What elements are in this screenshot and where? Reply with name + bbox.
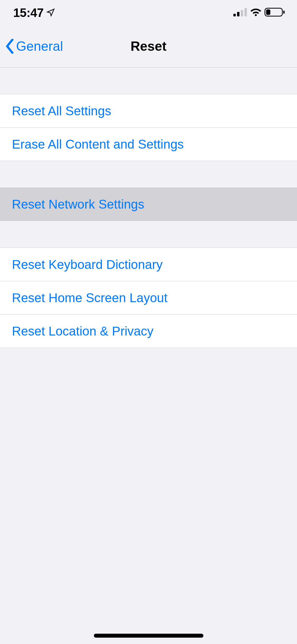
status-time: 15:47 bbox=[13, 6, 44, 20]
svg-rect-2 bbox=[241, 10, 243, 16]
svg-rect-1 bbox=[237, 12, 239, 16]
row-label: Reset Home Screen Layout bbox=[12, 291, 168, 305]
section-gap bbox=[0, 221, 297, 247]
erase-all-content-row[interactable]: Erase All Content and Settings bbox=[0, 127, 297, 161]
row-label: Reset All Settings bbox=[12, 104, 111, 118]
reset-location-privacy-row[interactable]: Reset Location & Privacy bbox=[0, 314, 297, 348]
status-right bbox=[233, 7, 285, 18]
row-label: Erase All Content and Settings bbox=[12, 137, 184, 151]
table-group: Reset Keyboard Dictionary Reset Home Scr… bbox=[0, 247, 297, 348]
location-services-icon bbox=[46, 6, 55, 20]
row-label: Reset Network Settings bbox=[12, 197, 144, 211]
row-label: Reset Location & Privacy bbox=[12, 324, 153, 338]
battery-icon bbox=[265, 7, 285, 18]
reset-network-settings-row[interactable]: Reset Network Settings bbox=[0, 187, 297, 221]
row-label: Reset Keyboard Dictionary bbox=[12, 257, 163, 272]
chevron-left-icon bbox=[5, 39, 15, 54]
wifi-icon bbox=[250, 8, 262, 18]
back-button[interactable]: General bbox=[0, 39, 63, 54]
reset-all-settings-row[interactable]: Reset All Settings bbox=[0, 94, 297, 127]
svg-rect-3 bbox=[244, 8, 247, 16]
svg-rect-5 bbox=[266, 9, 270, 15]
table-group: Reset All Settings Erase All Content and… bbox=[0, 94, 297, 161]
back-label: General bbox=[16, 39, 63, 54]
table-group: Reset Network Settings bbox=[0, 187, 297, 221]
svg-rect-6 bbox=[283, 11, 285, 14]
cellular-signal-icon bbox=[233, 8, 247, 17]
nav-bar: General Reset bbox=[0, 25, 297, 67]
status-left: 15:47 bbox=[13, 6, 55, 20]
section-gap bbox=[0, 161, 297, 187]
page-title: Reset bbox=[130, 39, 166, 54]
reset-keyboard-dictionary-row[interactable]: Reset Keyboard Dictionary bbox=[0, 248, 297, 281]
home-indicator[interactable] bbox=[94, 634, 203, 638]
status-bar: 15:47 bbox=[0, 0, 297, 25]
section-gap bbox=[0, 67, 297, 94]
reset-home-screen-layout-row[interactable]: Reset Home Screen Layout bbox=[0, 281, 297, 314]
svg-rect-0 bbox=[233, 14, 236, 16]
